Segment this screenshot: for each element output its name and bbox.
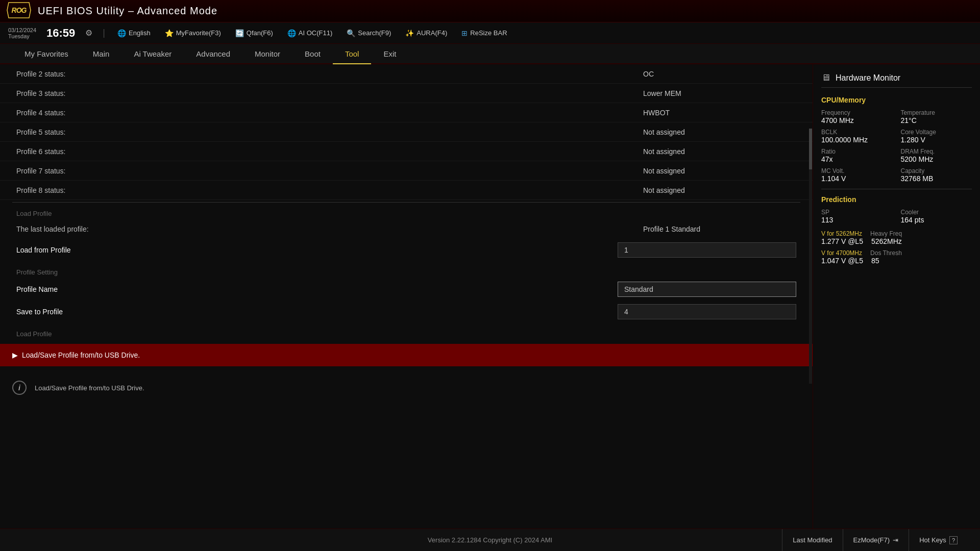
profile-6-row: Profile 6 status: Not assigned xyxy=(0,142,813,161)
resize-bar-label: ReSize BAR xyxy=(470,29,507,37)
profile-4-row: Profile 4 status: HWBOT xyxy=(0,103,813,122)
ratio-item: Ratio 47x xyxy=(821,148,893,163)
ai-oc-label: AI OC(F11) xyxy=(299,29,332,37)
sidebar-item-my-favorites[interactable]: My Favorites xyxy=(12,44,81,64)
qfan-button[interactable]: 🔄 Qfan(F6) xyxy=(233,28,275,38)
resize-bar-button[interactable]: ⊞ ReSize BAR xyxy=(459,28,509,38)
info-icon: i xyxy=(12,381,27,395)
aura-button[interactable]: ✨ AURA(F4) xyxy=(403,28,449,38)
sidebar-item-tool[interactable]: Tool xyxy=(333,44,372,64)
profile-table: Profile 2 status: OC Profile 3 status: L… xyxy=(0,64,813,200)
fan-icon: 🔄 xyxy=(235,29,244,37)
header-title: UEFI BIOS Utility – Advanced Mode xyxy=(38,5,974,17)
qfan-label: Qfan(F6) xyxy=(247,29,273,37)
load-from-profile-input[interactable] xyxy=(618,242,796,258)
load-profile-2-header: Load Profile xyxy=(0,325,813,340)
prediction-grid: SP 113 Cooler 164 pts xyxy=(821,209,972,224)
profile-name-row: Profile Name xyxy=(0,278,813,300)
sidebar-item-advanced[interactable]: Advanced xyxy=(184,44,242,64)
load-from-profile-row: Load from Profile xyxy=(0,239,813,261)
sp-item: SP 113 xyxy=(821,209,893,224)
dram-freq-item: DRAM Freq. 5200 MHz xyxy=(901,148,972,163)
save-to-profile-input[interactable] xyxy=(618,304,796,319)
profile-5-row: Profile 5 status: Not assigned xyxy=(0,122,813,142)
profile-8-row: Profile 8 status: Not assigned xyxy=(0,181,813,200)
ai-oc-button[interactable]: 🌐 AI OC(F11) xyxy=(285,28,334,38)
v-4700-row: V for 4700MHz Dos Thresh 1.047 V @L5 85 xyxy=(821,249,972,265)
sidebar-item-main[interactable]: Main xyxy=(81,44,122,64)
english-button[interactable]: 🌐 English xyxy=(115,28,153,38)
v-4700-value: 1.047 V @L5 xyxy=(821,257,863,265)
content-panel: Profile 2 status: OC Profile 3 status: L… xyxy=(0,64,813,529)
hot-keys-button[interactable]: Hot Keys ? xyxy=(909,529,968,552)
nav-bar: My Favorites Main Ai Tweaker Advanced Mo… xyxy=(0,44,980,64)
mc-volt-item: MC Volt. 1.104 V xyxy=(821,167,893,183)
usb-drive-row[interactable]: ▶ Load/Save Profile from/to USB Drive. xyxy=(0,344,813,366)
heavy-freq-label: Heavy Freq xyxy=(870,230,902,237)
cpu-memory-grid: Frequency 4700 MHz Temperature 21°C BCLK… xyxy=(821,109,972,183)
core-voltage-item: Core Voltage 1.280 V xyxy=(901,129,972,144)
datetime: 03/12/2024Tuesday xyxy=(8,27,36,39)
save-to-profile-row: Save to Profile xyxy=(0,300,813,323)
resize-icon: ⊞ xyxy=(461,29,468,37)
ez-mode-icon: ⇥ xyxy=(893,536,898,544)
my-favorites-button[interactable]: ⭐ MyFavorite(F3) xyxy=(163,28,223,38)
v-5262-label: V for 5262MHz xyxy=(821,230,862,237)
hw-divider xyxy=(821,189,972,189)
profile-setting-header: Profile Setting xyxy=(0,263,813,278)
v-5262-row: V for 5262MHz Heavy Freq 1.277 V @L5 526… xyxy=(821,230,972,245)
bclk-item: BCLK 100.0000 MHz xyxy=(821,129,893,144)
info-text: Load/Save Profile from/to USB Drive. xyxy=(35,384,144,392)
prediction-title: Prediction xyxy=(821,195,972,204)
main-layout: Profile 2 status: OC Profile 3 status: L… xyxy=(0,64,980,529)
section-divider-1 xyxy=(12,202,800,203)
sidebar-item-boot[interactable]: Boot xyxy=(292,44,333,64)
status-bar-right: Last Modified EzMode(F7) ⇥ Hot Keys ? xyxy=(782,529,968,552)
usb-arrow-icon: ▶ xyxy=(12,351,18,359)
search-button[interactable]: 🔍 Search(F9) xyxy=(345,28,393,38)
search-label: Search(F9) xyxy=(358,29,391,37)
last-modified-button[interactable]: Last Modified xyxy=(782,529,842,552)
ai-icon: 🌐 xyxy=(287,29,296,37)
profile-2-row: Profile 2 status: OC xyxy=(0,64,813,84)
aura-label: AURA(F4) xyxy=(416,29,447,37)
hw-monitor-header: 🖥 Hardware Monitor xyxy=(821,72,972,88)
dos-thresh-label: Dos Thresh xyxy=(870,249,902,257)
svg-text:ROG: ROG xyxy=(12,6,27,14)
info-bar: i Load/Save Profile from/to USB Drive. xyxy=(0,374,813,401)
hardware-monitor: 🖥 Hardware Monitor CPU/Memory Frequency … xyxy=(813,64,980,529)
v-5262-value: 1.277 V @L5 xyxy=(821,237,863,245)
profile-3-row: Profile 3 status: Lower MEM xyxy=(0,84,813,103)
status-bar: Version 2.22.1284 Copyright (C) 2024 AMI… xyxy=(0,529,980,551)
sidebar-item-monitor[interactable]: Monitor xyxy=(242,44,292,64)
toolbar: 03/12/2024Tuesday 16:59 ⚙ | 🌐 English ⭐ … xyxy=(0,22,980,44)
question-icon: ? xyxy=(949,536,958,544)
sidebar-item-ai-tweaker[interactable]: Ai Tweaker xyxy=(121,44,184,64)
cooler-item: Cooler 164 pts xyxy=(901,209,972,224)
hw-monitor-title: Hardware Monitor xyxy=(836,73,900,83)
monitor-icon: 🖥 xyxy=(821,72,830,83)
profile-7-row: Profile 7 status: Not assigned xyxy=(0,161,813,181)
v-4700-label: V for 4700MHz xyxy=(821,249,862,257)
star-icon: ⭐ xyxy=(165,29,174,37)
version-text: Version 2.22.1284 Copyright (C) 2024 AMI xyxy=(428,536,552,544)
scroll-thumb[interactable] xyxy=(809,129,812,169)
usb-label: Load/Save Profile from/to USB Drive. xyxy=(22,351,140,359)
english-label: English xyxy=(129,29,151,37)
gear-icon: ⚙ xyxy=(85,28,92,38)
ez-mode-button[interactable]: EzMode(F7) ⇥ xyxy=(843,529,909,552)
cpu-memory-title: CPU/Memory xyxy=(821,96,972,104)
last-loaded-row: The last loaded profile: Profile 1 Stand… xyxy=(0,219,813,239)
load-profile-header: Load Profile xyxy=(0,205,813,219)
rog-logo: ROG xyxy=(6,2,32,21)
capacity-item: Capacity 32768 MB xyxy=(901,167,972,183)
sidebar-item-exit[interactable]: Exit xyxy=(371,44,408,64)
header-bar: ROG UEFI BIOS Utility – Advanced Mode xyxy=(0,0,980,22)
aura-icon: ✨ xyxy=(405,29,414,37)
profile-name-input[interactable] xyxy=(618,282,796,297)
scrollbar[interactable] xyxy=(809,129,812,384)
temperature-item: Temperature 21°C xyxy=(901,109,972,124)
time-display: 16:59 xyxy=(46,27,75,40)
toolbar-divider-1: | xyxy=(103,28,105,38)
dos-thresh-value: 85 xyxy=(871,257,879,265)
